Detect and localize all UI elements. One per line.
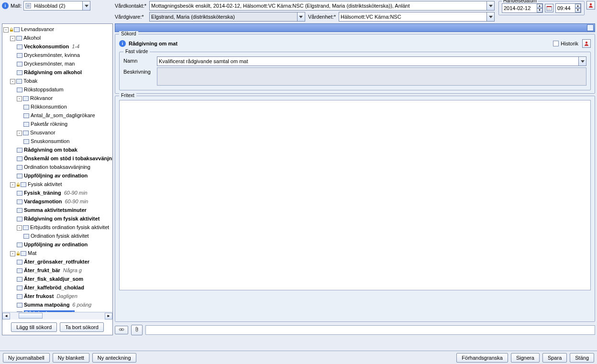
- page-icon: [17, 174, 22, 178]
- collapse-icon[interactable]: -: [17, 225, 22, 231]
- detail-panel: Sökord i Rådgivning om mat Historik Fast…: [115, 23, 595, 335]
- vardgivare-arrow[interactable]: [297, 12, 305, 21]
- tree-item[interactable]: -RökvanorRökkonsumtionAntal_år_som_dagli…: [17, 94, 112, 128]
- tree-item-label: Veckokonsumtion: [24, 44, 69, 49]
- tree-item[interactable]: Äter frukostDagligen: [17, 292, 112, 300]
- namn-arrow[interactable]: [578, 57, 586, 66]
- mall-label: Mall:: [11, 3, 22, 9]
- tree-item-label: Önskemål om stöd i tobaksavvänjning: [24, 155, 112, 161]
- user-icon[interactable]: [582, 39, 591, 48]
- collapse-icon[interactable]: -: [10, 182, 15, 188]
- tree-section[interactable]: -TobakRökstoppsdatum-RökvanorRökkonsumti…: [10, 77, 112, 180]
- mall-arrow[interactable]: [82, 1, 90, 10]
- tree-item[interactable]: -Erbjudits ordination fysisk aktivitetOr…: [17, 223, 112, 240]
- vardkontakt-input[interactable]: [150, 3, 486, 9]
- tree-item[interactable]: Uppföljning av ordination: [17, 240, 112, 249]
- tree-item[interactable]: Antal_år_som_dagligrökare: [23, 111, 112, 120]
- collapse-icon[interactable]: -: [10, 251, 15, 256]
- tree-item[interactable]: Paketår rökning: [23, 120, 112, 128]
- tree-section[interactable]: -MatÄter_grönsaker_rotfrukterÄter_frukt_…: [10, 249, 112, 312]
- remove-sokord-button[interactable]: Ta bort sökord: [60, 322, 104, 332]
- page-icon: [23, 234, 29, 239]
- page-icon: [17, 303, 22, 308]
- namn-input[interactable]: [157, 58, 578, 64]
- scroll-right-icon[interactable]: ►: [105, 313, 112, 320]
- vardgivare-combo[interactable]: [149, 12, 305, 22]
- tree-hscroll[interactable]: ◄ ►: [2, 312, 112, 320]
- minimize-icon[interactable]: [587, 24, 594, 31]
- tree-item[interactable]: Veckokonsumtion1-4: [17, 42, 112, 51]
- scroll-thumb[interactable]: [19, 313, 43, 319]
- tree-item[interactable]: Fysisk_träning60-90 min: [17, 188, 112, 197]
- mall-input[interactable]: [33, 3, 82, 9]
- vardenhet-combo[interactable]: [339, 12, 495, 22]
- tree-root-item[interactable]: -Levnadsvanor-AlkoholVeckokonsumtion1-4D…: [3, 25, 112, 312]
- tree-item[interactable]: Äter_grönsaker_rotfrukter: [17, 257, 112, 266]
- collapse-icon[interactable]: -: [17, 131, 22, 136]
- handelse-date[interactable]: ▲▼: [502, 3, 543, 13]
- handelse-date-input[interactable]: [502, 5, 537, 11]
- date-spinner[interactable]: ▲▼: [537, 4, 542, 12]
- ny-journaltabell-button[interactable]: Ny journaltabell: [3, 353, 50, 363]
- add-sokord-button[interactable]: Lägg till sökord: [11, 322, 57, 332]
- calendar-icon[interactable]: [545, 4, 553, 12]
- tree-item[interactable]: Dryckesmönster, man: [17, 59, 112, 68]
- doc-icon: [25, 2, 32, 9]
- tree-item[interactable]: Summa aktivitetsminuter: [17, 206, 112, 214]
- collapse-icon[interactable]: -: [10, 79, 15, 84]
- tree-item[interactable]: -SnusvanorSnuskonsumtion: [17, 128, 112, 145]
- time-spinner[interactable]: ▲▼: [575, 4, 581, 12]
- tree-item[interactable]: Rådgivning om alkohol: [17, 68, 112, 77]
- tree-item[interactable]: Rökkonsumtion: [23, 102, 112, 111]
- link-icon[interactable]: [115, 326, 128, 334]
- tree-item[interactable]: Äter_fisk_skaldjur_som: [17, 275, 112, 283]
- ny-anteckning-button[interactable]: Ny anteckning: [92, 353, 136, 363]
- tree-item-label: Snusvanor: [30, 130, 55, 135]
- collapse-icon[interactable]: -: [3, 27, 9, 33]
- forhandsgranska-button[interactable]: Förhandsgranska: [456, 353, 508, 363]
- tree-item[interactable]: Önskemål om stöd i tobaksavvänjning: [17, 154, 112, 163]
- attach-input[interactable]: [145, 325, 595, 335]
- user-icon-top[interactable]: [586, 1, 595, 10]
- paperclip-icon[interactable]: [131, 325, 143, 335]
- tree-item[interactable]: Summa matpoäng6 poäng: [17, 300, 112, 309]
- scroll-left-icon[interactable]: ◄: [2, 313, 10, 320]
- tree-item[interactable]: Snuskonsumtion: [23, 137, 112, 145]
- svg-point-12: [586, 42, 587, 44]
- tree-section[interactable]: -Fysisk aktivitetFysisk_träning60-90 min…: [10, 180, 112, 249]
- tree-item-label: Antal_år_som_dagligrökare: [31, 112, 95, 118]
- tree-section[interactable]: -AlkoholVeckokonsumtion1-4Dryckesmönster…: [10, 33, 112, 77]
- tree-panel: -Levnadsvanor-AlkoholVeckokonsumtion1-4D…: [2, 23, 113, 335]
- tree-item[interactable]: Rådgivning om tobak: [17, 145, 112, 154]
- stang-button[interactable]: Stäng: [570, 353, 594, 363]
- handelse-time[interactable]: ▲▼: [555, 3, 581, 13]
- spara-button[interactable]: Spara: [542, 353, 567, 363]
- tree-item[interactable]: Vardagsmotion60-90 min: [17, 197, 112, 206]
- mall-combo[interactable]: [23, 1, 90, 11]
- tree-item-extra: 60-90 min: [65, 199, 88, 204]
- tree-item[interactable]: Dryckesmönster, kvinna: [17, 51, 112, 59]
- historik-checkbox[interactable]: [553, 41, 559, 46]
- vardkontakt-combo[interactable]: [149, 1, 495, 11]
- tree-item[interactable]: Äter_frukt_bärNågra g: [17, 266, 112, 275]
- signera-button[interactable]: Signera: [511, 353, 540, 363]
- tree-item[interactable]: Äter_kaffebröd_choklad: [17, 283, 112, 292]
- ny-blankett-button[interactable]: Ny blankett: [53, 353, 89, 363]
- tree-item[interactable]: Ordination tobaksavvänjning: [17, 163, 112, 171]
- page-icon: [17, 217, 22, 221]
- tree-item[interactable]: Rådgivning om mat: [17, 309, 112, 312]
- handelse-time-input[interactable]: [556, 5, 575, 11]
- fritext-textarea[interactable]: [119, 100, 591, 290]
- tree[interactable]: -Levnadsvanor-AlkoholVeckokonsumtion1-4D…: [2, 24, 112, 312]
- tree-item[interactable]: Rådgivning om fysisk aktivitet: [17, 214, 112, 223]
- tree-item[interactable]: Ordination fysisk aktivitet: [23, 232, 112, 240]
- collapse-icon[interactable]: -: [17, 96, 22, 101]
- collapse-icon[interactable]: -: [10, 36, 15, 41]
- tree-item[interactable]: Uppföljning av ordination: [17, 171, 112, 180]
- page-icon: [21, 251, 26, 256]
- vardenhet-arrow[interactable]: [486, 12, 494, 21]
- vardkontakt-arrow[interactable]: [486, 1, 494, 10]
- vardenhet-input[interactable]: [339, 14, 486, 20]
- tree-item[interactable]: Rökstoppsdatum: [17, 85, 112, 94]
- namn-combo[interactable]: [157, 56, 586, 66]
